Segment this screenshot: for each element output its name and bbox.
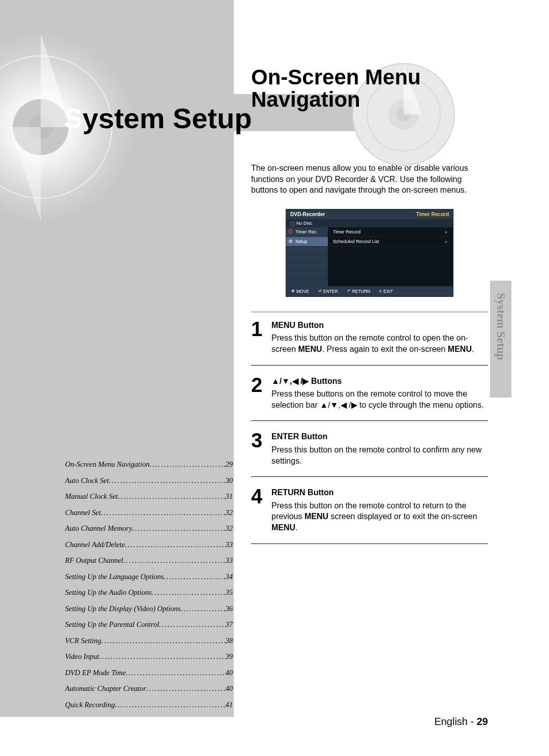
toc-page: 41 [226,701,233,709]
toc-dots [126,669,225,677]
step-title: ENTER Button [271,431,488,442]
section-title-line2: Navigation [251,87,360,111]
toc-page: 39 [226,653,233,660]
toc-row: Automatic Chapter Creator 40 [65,685,233,692]
toc-row: Setting Up the Display (Video) Options 3… [65,605,233,613]
left-column: System Setup On-Screen Menu Navigation29… [0,0,234,756]
chevron-right-icon: ▸ [445,229,448,234]
osd-main-list: Timer Record ▸ Scheduled Record List ▸ [328,227,453,286]
toc-label: Setting Up the Parental Control [65,621,159,628]
toc-dots [109,477,225,485]
toc-row: Auto Clock Set 30 [65,477,233,485]
step-2: 2 ▲/▼,◀ /▶ Buttons Press these buttons o… [251,376,488,411]
toc-page: 34 [226,573,233,581]
toc-row: Quick Recording41 [65,701,233,709]
toc-page: 31 [226,493,233,500]
osd-title-left: DVD-Recorder [290,211,325,217]
osd-hint-exit: ⎋EXIT [379,289,393,294]
toc-row: Manual Clock Set 31 [65,493,233,500]
toc-page: 37 [226,621,233,628]
section-title-line1: On-Screen Menu [251,65,421,89]
step-number: 4 [251,487,266,533]
toc-row: On-Screen Menu Navigation29 [65,461,233,468]
toc-page: 35 [226,589,233,596]
chapter-title: System Setup [64,102,252,135]
osd-side-blank [286,263,328,271]
osd-status-row: No Disc [286,219,453,227]
osd-title-right: Timer Record [416,211,449,217]
chapter-title-rest: ystem Setup [82,102,252,134]
toc-dots [99,653,226,660]
step-number: 3 [251,431,266,466]
chapter-title-initial: S [64,102,82,134]
step-body: RETURN Button Press this button on the r… [271,487,488,533]
step-4: 4 RETURN Button Press this button on the… [251,487,488,533]
toc-page: 32 [226,509,233,517]
osd-side-blank [286,255,328,263]
toc-dots [146,685,226,692]
toc-page: 32 [226,525,233,532]
divider-thin [251,476,488,477]
step-number: 1 [251,320,266,355]
table-of-contents: On-Screen Menu Navigation29Auto Clock Se… [65,461,233,717]
chevron-right-icon: ▸ [445,239,448,244]
toc-label: Setting Up the Audio Options [65,589,152,596]
osd-main-item: Scheduled Record List ▸ [328,237,453,247]
move-icon: ✥ [291,289,295,293]
step-number: 2 [251,376,266,411]
toc-label: DVD EP Mode Time [65,669,126,677]
toc-row: Setting Up the Audio Options 35 [65,589,233,596]
clock-icon [288,229,293,234]
toc-dots [180,605,225,613]
osd-hint-enter: ⏎ENTER [318,289,338,294]
osd-sidebar: Timer Rec. Setup [286,227,328,286]
toc-label: Setting Up the Language Options [65,573,164,581]
osd-main-item: Timer Record ▸ [328,227,453,237]
toc-label: Video Input [65,653,99,660]
toc-label: Channel Set [65,509,101,517]
toc-row: Channel Set 32 [65,509,233,517]
toc-label: Auto Clock Set [65,477,109,485]
toc-dots [164,573,225,581]
toc-page: 40 [226,685,233,692]
osd-footer-hints: ✥MOVE ⏎ENTER ↶RETURN ⎋EXIT [286,286,453,296]
toc-label: VCR Setting [65,637,101,645]
osd-main-label: Timer Record [333,229,360,234]
divider-thin [251,420,488,421]
toc-dots [132,525,225,532]
step-title: MENU Button [271,320,488,331]
step-body: ENTER Button Press this button on the re… [271,431,488,466]
toc-dots [125,541,226,549]
toc-dots [159,621,226,628]
osd-main-label: Scheduled Record List [333,239,379,244]
toc-dots [118,493,226,500]
osd-hint-move: ✥MOVE [291,289,309,294]
osd-title-bar: DVD-Recorder Timer Record [286,209,453,219]
toc-row: Channel Add/Delete 33 [65,541,233,549]
step-body: ▲/▼,◀ /▶ Buttons Press these buttons on … [271,376,488,411]
toc-label: RF Output Channel [65,557,123,564]
toc-page: 38 [226,637,233,645]
return-icon: ↶ [347,289,351,293]
toc-label: Channel Add/Delete [65,541,125,549]
enter-icon: ⏎ [318,289,322,293]
step-title: ▲/▼,◀ /▶ Buttons [271,376,488,387]
footer-language: English - [434,716,476,727]
osd-hint-return: ↶RETURN [347,289,370,294]
toc-label: Setting Up the Display (Video) Options [65,605,180,613]
toc-label: Quick Recording [65,701,115,709]
toc-label: Manual Clock Set [65,493,118,500]
toc-dots [101,637,225,645]
toc-row: DVD EP Mode Time 40 [65,669,233,677]
toc-page: 36 [226,605,233,613]
step-title: RETURN Button [271,487,488,498]
osd-main-blank [328,247,453,286]
toc-dots [123,557,225,564]
toc-row: VCR Setting 38 [65,637,233,645]
section-header: On-Screen Menu Navigation [251,66,488,132]
toc-dots [115,701,225,709]
toc-page: 40 [226,669,233,677]
toc-page: 30 [226,477,233,485]
section-title: On-Screen Menu Navigation [251,66,488,111]
toc-row: Video Input 39 [65,653,233,660]
